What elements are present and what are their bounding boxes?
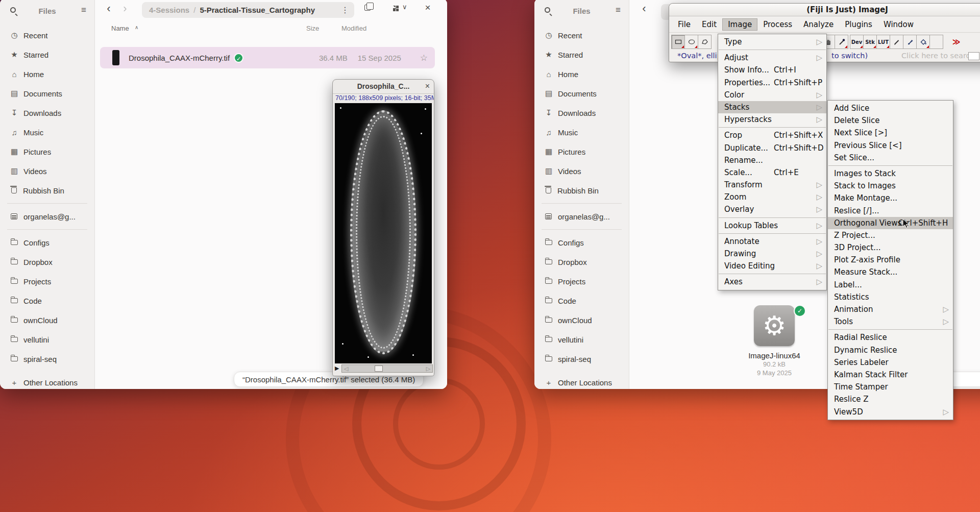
sidebar-item-downloads[interactable]: ↧Downloads — [3, 103, 91, 123]
lut-tools-button[interactable]: LUT — [876, 35, 890, 49]
menu-item-series-labeler[interactable]: Series Labeler — [828, 356, 953, 369]
scrollbar-thumb[interactable] — [375, 365, 383, 372]
sidebar-item-vellutini[interactable]: vellutini — [537, 330, 626, 349]
table-row[interactable]: Drosophila_CAAX-mCherry.tif ✓ 36.4 MB 15… — [100, 47, 435, 68]
sidebar-item-documents[interactable]: ▤Documents — [3, 84, 91, 103]
menu-item-next-slice[interactable]: Next Slice [>] — [828, 127, 953, 139]
sidebar-item-code[interactable]: Code — [3, 291, 91, 310]
sidebar-item-rubbish-bin[interactable]: Rubbish Bin — [537, 181, 626, 200]
sidebar-item-home[interactable]: ⌂Home — [3, 64, 91, 84]
grid-view-icon[interactable] — [393, 6, 399, 11]
menu-item-color[interactable]: Color▷ — [718, 89, 826, 101]
menu-edit[interactable]: Edit — [696, 18, 722, 31]
menu-item-previous-slice[interactable]: Previous Slice [<] — [828, 139, 953, 152]
menu-item-video-editing[interactable]: Video Editing▷ — [718, 260, 826, 272]
image-canvas[interactable] — [335, 103, 432, 363]
menu-icon[interactable]: ≡ — [81, 5, 86, 15]
menu-window[interactable]: Window — [878, 18, 919, 31]
sidebar-item-account[interactable]: organelas@g... — [537, 207, 626, 226]
menu-item-type[interactable]: Type▷ — [718, 36, 826, 48]
menu-item-hyperstacks[interactable]: Hyperstacks▷ — [718, 113, 826, 126]
search-input[interactable] — [968, 52, 979, 60]
stacks-tools-button[interactable]: Stk — [863, 35, 877, 49]
menu-item-drawing[interactable]: Drawing▷ — [718, 248, 826, 260]
image-window-titlebar[interactable]: Drosophila_C... × — [333, 80, 434, 94]
menu-item-overlay[interactable]: Overlay▷ — [718, 203, 826, 215]
sidebar-item-owncloud[interactable]: ownCloud — [3, 310, 91, 330]
empty-tool-slot[interactable] — [929, 35, 943, 49]
menu-process[interactable]: Process — [757, 18, 798, 31]
menu-item-tools[interactable]: Tools▷ — [828, 315, 953, 328]
sidebar-item-configs[interactable]: Configs — [3, 233, 91, 252]
sidebar-item-dropbox[interactable]: Dropbox — [3, 252, 91, 272]
kebab-menu-icon[interactable]: ⋮ — [341, 5, 349, 15]
sidebar-item-projects[interactable]: Projects — [537, 272, 626, 291]
menu-icon[interactable]: ≡ — [616, 5, 621, 15]
close-window-button[interactable]: × — [421, 1, 435, 15]
sidebar-item-pictures[interactable]: ▦Pictures — [537, 142, 626, 161]
sidebar-item-pictures[interactable]: ▦Pictures — [3, 142, 91, 161]
menu-file[interactable]: File — [672, 18, 696, 31]
menu-item-statistics[interactable]: Statistics — [828, 291, 953, 303]
search-placeholder[interactable]: Click here to search — [901, 52, 975, 60]
menu-item-duplicate[interactable]: Duplicate...Ctrl+Shift+D — [718, 142, 826, 154]
dev-tools-button[interactable]: Dev — [850, 35, 864, 49]
menu-item-annotate[interactable]: Annotate▷ — [718, 235, 826, 248]
menu-item-time-stamper[interactable]: Time Stamper — [828, 381, 953, 393]
menu-item-z-project[interactable]: Z Project... — [828, 229, 953, 241]
menu-item-set-slice[interactable]: Set Slice... — [828, 152, 953, 164]
menu-item-plot-z-axis-profile[interactable]: Plot Z-axis Profile — [828, 254, 953, 266]
sidebar-item-videos[interactable]: ▥Videos — [537, 161, 626, 181]
column-size[interactable]: Size — [306, 25, 319, 32]
fill-tool-button[interactable] — [916, 35, 930, 49]
close-icon[interactable]: × — [425, 82, 430, 91]
menu-item-animation[interactable]: Animation▷ — [828, 303, 953, 315]
menu-item-dynamic-reslice[interactable]: Dynamic Reslice — [828, 344, 953, 356]
sidebar-item-code[interactable]: Code — [537, 291, 626, 310]
menu-item-crop[interactable]: CropCtrl+Shift+X — [718, 129, 826, 141]
menu-item-kalman-stack-filter[interactable]: Kalman Stack Filter — [828, 369, 953, 381]
menu-item-view5d[interactable]: View5D▷ — [828, 406, 953, 418]
sidebar-item-music[interactable]: ♫Music — [537, 123, 626, 142]
brush-tool-button[interactable] — [903, 35, 917, 49]
menu-item-properties[interactable]: Properties...Ctrl+Shift+P — [718, 77, 826, 89]
sidebar-item-documents[interactable]: ▤Documents — [537, 84, 626, 103]
sidebar-item-rubbish-bin[interactable]: Rubbish Bin — [3, 181, 91, 200]
star-toggle-icon[interactable]: ☆ — [420, 53, 428, 63]
sidebar-item-configs[interactable]: Configs — [537, 233, 626, 252]
menu-item-stacks[interactable]: Stacks▷ — [718, 101, 826, 113]
sidebar-item-spiral-seq[interactable]: spiral-seq — [3, 349, 91, 369]
sidebar-item-spiral-seq[interactable]: spiral-seq — [537, 349, 626, 369]
menu-item-add-slice[interactable]: Add Slice — [828, 102, 953, 114]
oval-tool-button[interactable] — [684, 35, 698, 49]
menu-item-show-info[interactable]: Show Info...Ctrl+I — [718, 64, 826, 76]
breadcrumb[interactable]: 4-Sessions / 5-Practical-Tissue_Cartogra… — [142, 2, 354, 18]
menu-item-axes[interactable]: Axes▷ — [718, 276, 826, 288]
menu-item-scale[interactable]: Scale...Ctrl+E — [718, 166, 826, 179]
menu-item-zoom[interactable]: Zoom▷ — [718, 191, 826, 203]
menu-item-reslice[interactable]: Reslice [/]... — [828, 205, 953, 217]
menu-item-images-to-stack[interactable]: Images to Stack — [828, 167, 953, 180]
sidebar-item-other-locations[interactable]: +Other Locations — [537, 373, 626, 389]
breadcrumb-current[interactable]: 5-Practical-Tissue_Cartography — [200, 6, 315, 14]
sidebar-item-dropbox[interactable]: Dropbox — [537, 252, 626, 272]
back-button[interactable]: ‹ — [102, 2, 115, 15]
sidebar-item-videos[interactable]: ▥Videos — [3, 161, 91, 181]
menu-item-rename[interactable]: Rename... — [718, 154, 826, 166]
menu-item-reslice-z[interactable]: Reslice Z — [828, 393, 953, 405]
rectangle-tool-button[interactable] — [671, 35, 685, 49]
breadcrumb-parent[interactable]: 4-Sessions — [149, 6, 189, 14]
sidebar-item-starred[interactable]: ★Starred — [537, 45, 626, 64]
menu-item-make-montage[interactable]: Make Montage... — [828, 192, 953, 204]
menu-image[interactable]: Image — [722, 18, 757, 31]
back-button[interactable]: ‹ — [638, 2, 651, 15]
color-picker-tool-button[interactable] — [835, 35, 848, 49]
menu-item-delete-slice[interactable]: Delete Slice — [828, 114, 953, 127]
column-name[interactable]: Name — [111, 25, 129, 32]
menu-item-lookup-tables[interactable]: Lookup Tables▷ — [718, 220, 826, 232]
menu-item-label[interactable]: Label... — [828, 279, 953, 291]
sidebar-item-starred[interactable]: ★Starred — [3, 45, 91, 64]
menu-item-radial-reslice[interactable]: Radial Reslice — [828, 331, 953, 344]
menu-item-stack-to-images[interactable]: Stack to Images — [828, 180, 953, 192]
more-tools-button[interactable]: ≫ — [949, 35, 963, 49]
